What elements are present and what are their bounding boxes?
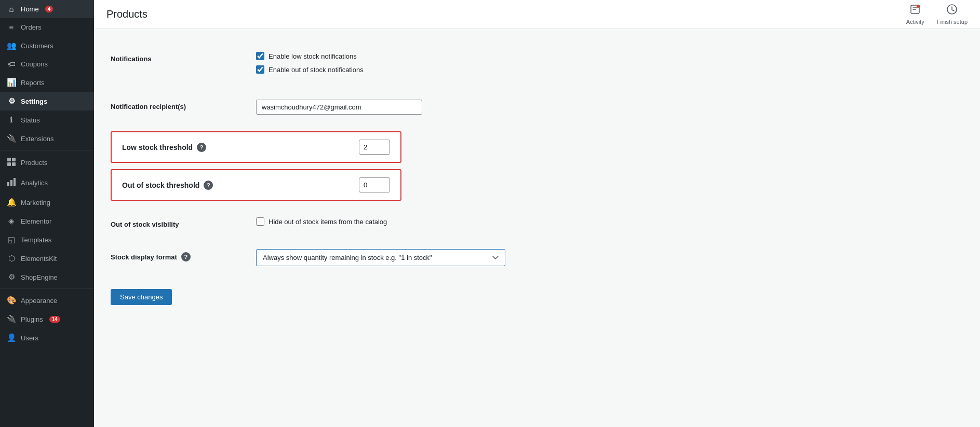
finish-setup-label: Finish setup <box>937 19 968 25</box>
sidebar-item-label: Elementor <box>21 217 51 225</box>
low-stock-notif-label: Enable low stock notifications <box>269 52 357 60</box>
activity-label: Activity <box>906 19 924 25</box>
stock-display-format-field: Always show quantity remaining in stock … <box>256 249 963 266</box>
activity-icon <box>909 4 921 18</box>
low-stock-notif-row: Enable low stock notifications <box>256 52 963 60</box>
home-icon: ⌂ <box>6 5 17 13</box>
customers-icon: 👥 <box>6 41 17 50</box>
stock-display-format-select[interactable]: Always show quantity remaining in stock … <box>256 249 505 266</box>
out-of-stock-threshold-wrapper: Out of stock threshold ? <box>111 167 963 207</box>
sidebar-item-home[interactable]: ⌂ Home 4 <box>0 0 94 18</box>
sidebar-item-label: Home <box>21 5 39 13</box>
sidebar-item-elementor[interactable]: ◈ Elementor <box>0 212 94 230</box>
save-changes-button[interactable]: Save changes <box>111 289 172 305</box>
products-icon <box>6 157 17 168</box>
svg-rect-5 <box>10 180 12 186</box>
sidebar-item-elementskit[interactable]: ⬡ ElementsKit <box>0 249 94 268</box>
stock-display-format-label: Stock display format ? <box>111 249 256 261</box>
finish-setup-button[interactable]: Finish setup <box>937 4 968 25</box>
sidebar-item-label: Analytics <box>21 179 48 187</box>
sidebar-item-label: Customers <box>21 42 53 50</box>
sidebar-item-products[interactable]: Products <box>0 153 94 173</box>
svg-rect-3 <box>12 162 16 166</box>
page-title: Products <box>106 8 147 20</box>
out-of-stock-threshold-highlighted: Out of stock threshold ? <box>111 169 401 201</box>
out-of-stock-visibility-label: Out of stock visibility <box>111 217 256 228</box>
low-stock-threshold-wrapper: Low stock threshold ? <box>111 125 963 167</box>
out-of-stock-notif-label: Enable out of stock notifications <box>269 66 364 74</box>
hide-oos-label: Hide out of stock items from the catalog <box>269 218 387 226</box>
finish-setup-icon <box>946 4 958 18</box>
sidebar-item-label: Marketing <box>21 199 50 206</box>
sidebar-item-label: Plugins <box>21 315 43 323</box>
sidebar-item-coupons[interactable]: 🏷 Coupons <box>0 55 94 73</box>
stock-display-help-icon[interactable]: ? <box>181 252 191 261</box>
hide-oos-row: Hide out of stock items from the catalog <box>256 217 963 226</box>
plugins-badge: 14 <box>49 316 60 323</box>
notifications-field: Enable low stock notifications Enable ou… <box>256 52 963 79</box>
sidebar-item-label: Users <box>21 334 38 342</box>
low-stock-notif-checkbox[interactable] <box>256 52 264 60</box>
analytics-icon <box>6 177 17 188</box>
sidebar-item-label: ElementsKit <box>21 255 57 263</box>
appearance-icon: 🎨 <box>6 296 17 305</box>
notifications-row: Notifications Enable low stock notificat… <box>111 42 963 89</box>
elementskit-icon: ⬡ <box>6 254 17 263</box>
sidebar-item-analytics[interactable]: Analytics <box>0 173 94 193</box>
marketing-icon: 🔔 <box>6 198 17 207</box>
sidebar-item-orders[interactable]: ≡ Orders <box>0 18 94 36</box>
sidebar-item-label: Extensions <box>21 135 54 143</box>
sidebar: ⌂ Home 4 ≡ Orders 👥 Customers 🏷 Coupons … <box>0 0 94 427</box>
activity-button[interactable]: Activity <box>906 4 924 25</box>
reports-icon: 📊 <box>6 78 17 87</box>
topbar-actions: Activity Finish setup <box>906 4 968 25</box>
sidebar-item-label: Templates <box>21 236 51 244</box>
sidebar-item-users[interactable]: 👤 Users <box>0 328 94 347</box>
sidebar-item-templates[interactable]: ◱ Templates <box>0 230 94 249</box>
sidebar-item-label: Coupons <box>21 60 48 68</box>
topbar: Products Activity Finish setup <box>94 0 980 29</box>
notification-recipients-row: Notification recipient(s) <box>111 89 963 125</box>
low-stock-threshold-input[interactable] <box>359 140 390 155</box>
status-icon: ℹ <box>6 115 17 125</box>
svg-rect-0 <box>7 158 11 161</box>
users-icon: 👤 <box>6 333 17 342</box>
sidebar-item-label: Status <box>21 116 40 124</box>
sidebar-divider <box>0 150 94 150</box>
shopengine-icon: ⚙ <box>6 272 17 282</box>
sidebar-divider-2 <box>0 288 94 289</box>
low-stock-help-icon[interactable]: ? <box>197 143 206 152</box>
svg-rect-4 <box>7 182 9 186</box>
sidebar-item-status[interactable]: ℹ Status <box>0 111 94 129</box>
settings-icon: ⚙ <box>6 97 17 106</box>
sidebar-item-label: Orders <box>21 23 42 31</box>
svg-point-8 <box>917 5 920 8</box>
svg-rect-2 <box>7 162 11 166</box>
extensions-icon: 🔌 <box>6 134 17 143</box>
sidebar-item-customers[interactable]: 👥 Customers <box>0 36 94 55</box>
coupons-icon: 🏷 <box>6 60 17 68</box>
out-of-stock-notif-checkbox[interactable] <box>256 65 264 74</box>
stock-display-format-row: Stock display format ? Always show quant… <box>111 239 963 277</box>
sidebar-item-plugins[interactable]: 🔌 Plugins 14 <box>0 310 94 328</box>
sidebar-item-marketing[interactable]: 🔔 Marketing <box>0 193 94 212</box>
low-stock-threshold-highlighted: Low stock threshold ? <box>111 131 401 163</box>
plugins-icon: 🔌 <box>6 314 17 324</box>
out-of-stock-threshold-input[interactable] <box>359 177 390 192</box>
sidebar-item-appearance[interactable]: 🎨 Appearance <box>0 291 94 310</box>
notification-email-input[interactable] <box>256 100 422 115</box>
hide-oos-checkbox[interactable] <box>256 217 264 226</box>
svg-rect-6 <box>14 178 16 186</box>
sidebar-item-shopengine[interactable]: ⚙ ShopEngine <box>0 268 94 286</box>
sidebar-item-settings[interactable]: ⚙ Settings <box>0 92 94 111</box>
orders-icon: ≡ <box>6 23 17 32</box>
out-of-stock-help-icon[interactable]: ? <box>204 181 213 190</box>
sidebar-item-reports[interactable]: 📊 Reports <box>0 73 94 92</box>
out-of-stock-visibility-field: Hide out of stock items from the catalog <box>256 217 963 226</box>
out-of-stock-threshold-label: Out of stock threshold ? <box>122 181 353 190</box>
elementor-icon: ◈ <box>6 216 17 226</box>
sidebar-item-label: ShopEngine <box>21 273 58 281</box>
sidebar-item-label: Products <box>21 159 47 167</box>
sidebar-item-extensions[interactable]: 🔌 Extensions <box>0 129 94 148</box>
templates-icon: ◱ <box>6 235 17 244</box>
